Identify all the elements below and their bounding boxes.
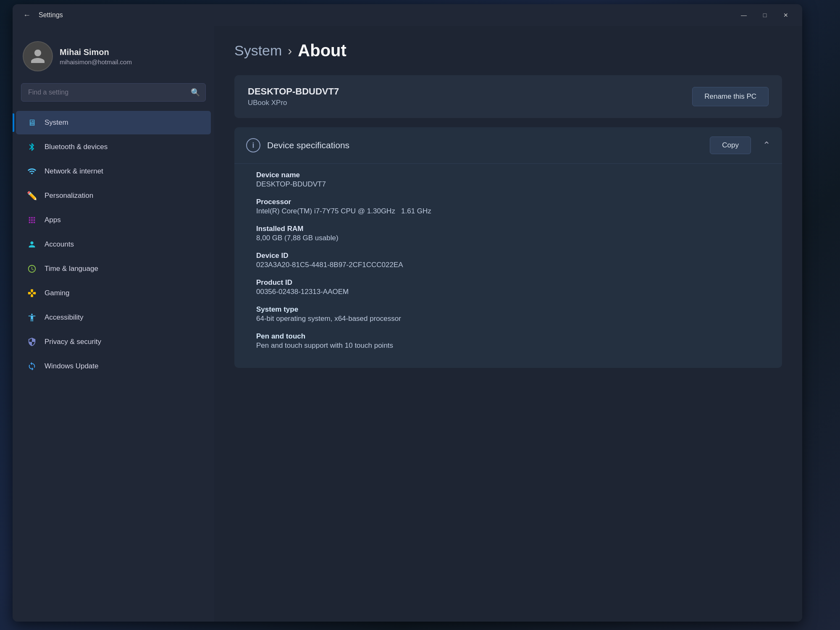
sidebar-item-time[interactable]: Time & language xyxy=(16,257,211,281)
spec-label-product-id: Product ID xyxy=(256,278,770,287)
sidebar-item-label-bluetooth: Bluetooth & devices xyxy=(45,143,108,151)
accounts-icon xyxy=(26,239,38,250)
bluetooth-icon xyxy=(26,141,38,153)
breadcrumb-parent[interactable]: System xyxy=(234,42,282,59)
spec-value-device-id: 023A3A20-81C5-4481-8B97-2CF1CCC022EA xyxy=(256,261,770,269)
personalization-icon: ✏️ xyxy=(26,190,38,202)
specs-table: Device name DESKTOP-BDUDVT7 Processor In… xyxy=(234,164,782,368)
avatar xyxy=(23,41,53,71)
window-controls: — □ ✕ xyxy=(734,8,795,22)
network-icon xyxy=(26,165,38,177)
sidebar-item-windows-update[interactable]: Windows Update xyxy=(16,354,211,378)
breadcrumb-current: About xyxy=(298,41,346,60)
page-header: System › About xyxy=(234,41,782,60)
close-button[interactable]: ✕ xyxy=(776,8,795,22)
pc-name-info: DESKTOP-BDUDVT7 UBook XPro xyxy=(248,86,339,107)
sidebar-item-label-privacy: Privacy & security xyxy=(45,338,101,346)
spec-value-pen-touch: Pen and touch support with 10 touch poin… xyxy=(256,341,770,350)
rename-pc-button[interactable]: Rename this PC xyxy=(692,87,769,106)
privacy-icon xyxy=(26,336,38,348)
sidebar-item-label-gaming: Gaming xyxy=(45,289,70,297)
right-panel: System › About DESKTOP-BDUDVT7 UBook XPr… xyxy=(214,26,802,622)
spec-value-system-type: 64-bit operating system, x64-based proce… xyxy=(256,315,770,323)
sidebar-item-gaming[interactable]: Gaming xyxy=(16,281,211,305)
user-info: Mihai Simon mihaisimon@hotmail.com xyxy=(60,47,204,66)
spec-row-device-name: Device name DESKTOP-BDUDVT7 xyxy=(256,168,770,195)
spec-label-device-id: Device ID xyxy=(256,252,770,260)
gaming-icon xyxy=(26,287,38,299)
sidebar-item-accounts[interactable]: Accounts xyxy=(16,233,211,256)
pc-name-card: DESKTOP-BDUDVT7 UBook XPro Rename this P… xyxy=(234,75,782,118)
sidebar-item-label-windows-update: Windows Update xyxy=(45,362,99,370)
title-bar: ← Settings — □ ✕ xyxy=(13,4,802,26)
specs-title: Device specifications xyxy=(267,140,703,150)
sidebar-item-label-accessibility: Accessibility xyxy=(45,313,84,322)
device-specs-section: i Device specifications Copy ⌃ Device na… xyxy=(234,127,782,368)
maximize-button[interactable]: □ xyxy=(755,8,774,22)
nav-items: 🖥 System Bluetooth & devices Network & i… xyxy=(13,110,214,613)
sidebar-item-label-system: System xyxy=(45,118,68,127)
user-icon xyxy=(29,48,46,65)
pc-hostname: DESKTOP-BDUDVT7 xyxy=(248,86,339,97)
spec-label-device-name: Device name xyxy=(256,171,770,179)
user-name: Mihai Simon xyxy=(60,47,204,57)
search-box: 🔍 xyxy=(21,83,206,102)
spec-value-device-name: DESKTOP-BDUDVT7 xyxy=(256,180,770,189)
sidebar-item-network[interactable]: Network & internet xyxy=(16,160,211,183)
sidebar-item-label-personalization: Personalization xyxy=(45,192,93,200)
settings-window: ← Settings — □ ✕ Mihai Simon mihaisimon@… xyxy=(13,4,802,622)
spec-row-processor: Processor Intel(R) Core(TM) i7-7Y75 CPU … xyxy=(256,195,770,222)
search-input[interactable] xyxy=(21,83,206,102)
spec-value-processor: Intel(R) Core(TM) i7-7Y75 CPU @ 1.30GHz … xyxy=(256,207,770,215)
spec-row-ram: Installed RAM 8,00 GB (7,88 GB usable) xyxy=(256,222,770,249)
spec-label-processor: Processor xyxy=(256,198,770,206)
spec-row-system-type: System type 64-bit operating system, x64… xyxy=(256,302,770,329)
spec-row-device-id: Device ID 023A3A20-81C5-4481-8B97-2CF1CC… xyxy=(256,249,770,276)
accessibility-icon xyxy=(26,312,38,323)
sidebar-item-accessibility[interactable]: Accessibility xyxy=(16,306,211,329)
info-icon: i xyxy=(246,138,260,152)
back-button[interactable]: ← xyxy=(19,8,34,23)
sidebar-item-privacy[interactable]: Privacy & security xyxy=(16,330,211,354)
user-email: mihaisimon@hotmail.com xyxy=(60,58,204,66)
sidebar-item-label-network: Network & internet xyxy=(45,167,103,176)
sidebar-item-personalization[interactable]: ✏️ Personalization xyxy=(16,184,211,207)
sidebar-item-label-time: Time & language xyxy=(45,265,98,273)
system-icon: 🖥 xyxy=(26,117,38,129)
spec-row-pen-touch: Pen and touch Pen and touch support with… xyxy=(256,329,770,356)
spec-value-product-id: 00356-02438-12313-AAOEM xyxy=(256,288,770,296)
sidebar-item-apps[interactable]: Apps xyxy=(16,208,211,232)
minimize-button[interactable]: — xyxy=(734,8,753,22)
spec-label-ram: Installed RAM xyxy=(256,225,770,233)
breadcrumb: System › About xyxy=(234,41,782,60)
main-content: Mihai Simon mihaisimon@hotmail.com 🔍 🖥 S… xyxy=(13,26,802,622)
time-icon xyxy=(26,263,38,275)
sidebar-item-system[interactable]: 🖥 System xyxy=(16,111,211,134)
apps-icon xyxy=(26,214,38,226)
pc-model: UBook XPro xyxy=(248,99,339,107)
sidebar-item-label-accounts: Accounts xyxy=(45,240,74,249)
specs-header: i Device specifications Copy ⌃ xyxy=(234,127,782,164)
sidebar-item-label-apps: Apps xyxy=(45,216,61,224)
copy-button[interactable]: Copy xyxy=(710,136,751,154)
search-icon: 🔍 xyxy=(191,88,200,97)
windows-update-icon xyxy=(26,360,38,372)
spec-label-pen-touch: Pen and touch xyxy=(256,332,770,341)
sidebar: Mihai Simon mihaisimon@hotmail.com 🔍 🖥 S… xyxy=(13,26,214,622)
breadcrumb-separator: › xyxy=(288,44,292,58)
spec-value-ram: 8,00 GB (7,88 GB usable) xyxy=(256,234,770,242)
chevron-up-icon[interactable]: ⌃ xyxy=(763,140,770,151)
title-bar-title: Settings xyxy=(39,11,734,19)
sidebar-item-bluetooth[interactable]: Bluetooth & devices xyxy=(16,135,211,159)
user-section: Mihai Simon mihaisimon@hotmail.com xyxy=(13,34,214,83)
spec-row-product-id: Product ID 00356-02438-12313-AAOEM xyxy=(256,276,770,302)
spec-label-system-type: System type xyxy=(256,305,770,314)
